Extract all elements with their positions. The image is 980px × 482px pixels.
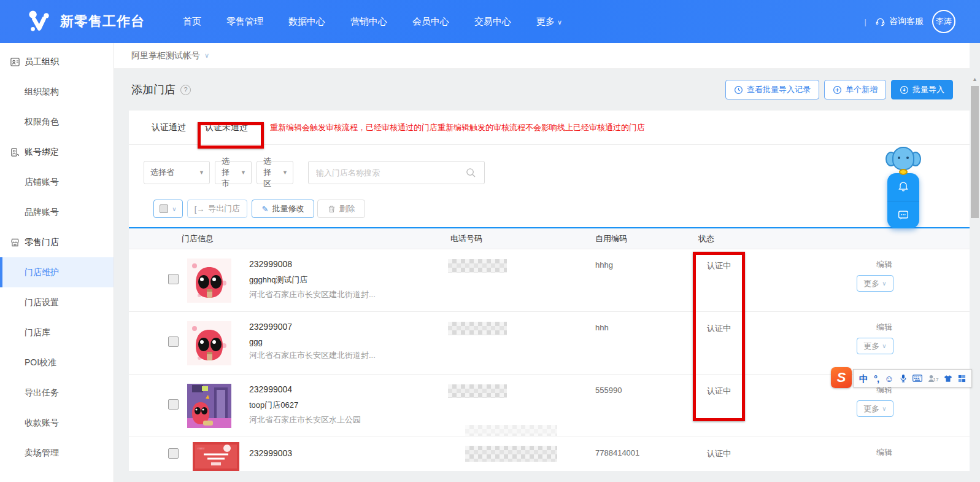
sidebar-item-store-library[interactable]: 门店库	[0, 317, 114, 348]
edit-link[interactable]: 编辑	[876, 447, 892, 458]
custom-code: 555990	[595, 386, 622, 395]
more-button[interactable]: 更多 ∨	[857, 275, 893, 292]
custom-code: hhhg	[595, 260, 613, 270]
top-nav: 首页 零售管理 数据中心 营销中心 会员中心 交易中心 更多∨	[183, 16, 562, 28]
audit-warning-text: 重新编辑会触发审核流程，已经审核通过的门店重新编辑触发的审核流程不会影响线上已经…	[270, 111, 645, 145]
scrollbar-thumb[interactable]	[971, 86, 979, 218]
sidebar-item-poi-calibration[interactable]: POI校准	[0, 348, 114, 378]
sogou-ime-logo[interactable]: S	[831, 367, 852, 388]
skin-shirt-icon[interactable]	[944, 375, 952, 383]
account-switcher[interactable]: 阿里掌柜测试帐号 ∨	[131, 50, 209, 61]
brand-logo-icon	[28, 10, 52, 33]
delete-button[interactable]: 删除	[317, 200, 365, 218]
more-button[interactable]: 更多 ∨	[857, 338, 893, 354]
sidebar-item-permission-roles[interactable]: 权限角色	[0, 107, 114, 137]
store-id: 232999003	[249, 448, 292, 458]
phone-redacted-blur	[465, 425, 557, 436]
store-search-input[interactable]	[309, 168, 457, 177]
svg-text:mini: mini	[198, 446, 204, 450]
more-button[interactable]: 更多 ∨	[857, 400, 893, 417]
view-import-log-button[interactable]: 查看批量导入记录	[725, 80, 819, 99]
nav-member-center[interactable]: 会员中心	[412, 16, 449, 28]
tabs-row: 认证通过 认证未通过 重新编辑会触发审核流程，已经审核通过的门店重新编辑触发的审…	[129, 111, 970, 145]
ime-user-count[interactable]: 17	[928, 375, 939, 383]
vertical-scrollbar: ▲	[970, 43, 980, 482]
col-status: 状态	[698, 228, 714, 249]
store-id: 232999008	[249, 259, 376, 269]
help-icon[interactable]: ?	[180, 85, 191, 95]
nav-marketing-center[interactable]: 营销中心	[350, 16, 387, 28]
sidebar-item-store-maintenance[interactable]: 门店维护	[0, 257, 114, 287]
plus-circle-icon	[833, 85, 842, 95]
ime-language-mode[interactable]: 中	[859, 374, 868, 383]
breadcrumb-account-name: 阿里掌柜测试帐号	[131, 50, 200, 61]
store-thumbnail: mini	[193, 442, 239, 471]
nav-trade-center[interactable]: 交易中心	[474, 16, 511, 28]
select-all-dropdown[interactable]: ∨	[153, 200, 183, 218]
chevron-down-icon: ∨	[882, 280, 886, 287]
custom-code: hhh	[595, 323, 609, 332]
status-badge: 认证中	[707, 323, 731, 334]
edit-link[interactable]: 编辑	[876, 322, 892, 333]
chevron-down-icon: ∨	[557, 18, 562, 26]
top-header-bar: 新零售工作台 首页 零售管理 数据中心 营销中心 会员中心 交易中心 更多∨ |	[0, 0, 980, 43]
breadcrumb-bar: 阿里掌柜测试帐号 ∨	[114, 43, 980, 69]
store-name: ggg	[249, 337, 376, 346]
nav-retail-management[interactable]: 零售管理	[226, 16, 263, 28]
sidebar-item-payment-accounts[interactable]: 收款账号	[0, 408, 114, 438]
store-info: 232999004 toop门店0627 河北省石家庄市长安区水上公园	[249, 384, 361, 426]
single-add-button[interactable]: 单个新增	[824, 80, 886, 99]
sidebar-item-mall-management[interactable]: 卖场管理	[0, 438, 114, 468]
city-select[interactable]: 选择市 ▼	[215, 161, 252, 184]
batch-import-button[interactable]: 批量导入	[891, 80, 953, 99]
sidebar-group-employee-org[interactable]: 员工组织	[0, 47, 114, 77]
phone-redacted-blur	[465, 446, 557, 462]
table-row: 232999007 ggg 河北省石家庄市长安区建北街道封... hhh 认证中…	[129, 312, 970, 375]
edit-link[interactable]: 编辑	[876, 259, 892, 270]
customer-support-link[interactable]: 咨询客服	[875, 16, 924, 27]
row-checkbox[interactable]	[168, 336, 179, 347]
sidebar-item-org-structure[interactable]: 组织架构	[0, 77, 114, 107]
main-area: 阿里掌柜测试帐号 ∨ 添加门店 ? 查看批量导入记录 单个新增	[114, 43, 980, 482]
sidebar-group-account-binding[interactable]: 账号绑定	[0, 137, 114, 167]
sidebar-group-retail-stores[interactable]: 零售门店	[0, 227, 114, 257]
customer-support-label: 咨询客服	[889, 16, 924, 27]
sidebar-item-shop-accounts[interactable]: 店铺账号	[0, 167, 114, 197]
ime-emoji-button[interactable]: ☺	[884, 374, 893, 383]
ime-punctuation-mode[interactable]: °,	[874, 374, 879, 383]
row-checkbox[interactable]	[168, 448, 179, 459]
district-select[interactable]: 选择区 ▼	[257, 161, 293, 184]
nav-more[interactable]: 更多∨	[536, 16, 562, 28]
status-badge: 认证中	[707, 448, 731, 459]
row-checkbox[interactable]	[168, 399, 179, 410]
sidebar-item-brand-accounts[interactable]: 品牌账号	[0, 197, 114, 227]
chat-feedback-button[interactable]	[887, 201, 919, 229]
search-button[interactable]	[457, 161, 484, 184]
keyboard-icon[interactable]	[912, 375, 922, 382]
ime-menu-grid-icon[interactable]	[958, 375, 966, 383]
storefront-icon	[10, 237, 20, 247]
user-avatar[interactable]: 李涛	[932, 10, 955, 33]
row-checkbox[interactable]	[168, 274, 179, 284]
search-icon	[465, 167, 477, 179]
sidebar: 员工组织 组织架构 权限角色 账号绑定 店铺账号 品牌账号 零售门店 门店维护 …	[0, 43, 114, 482]
sidebar-item-store-settings[interactable]: 门店设置	[0, 287, 114, 317]
scrollbar-up-arrow[interactable]: ▲	[970, 75, 980, 84]
floating-assistant-widget	[887, 173, 919, 228]
bulk-toolbar: ∨ [→ 导出门店 ✎ 批量修改 删除	[129, 194, 970, 224]
tab-certified-passed[interactable]: 认证通过	[152, 111, 186, 145]
brand: 新零售工作台	[28, 10, 145, 33]
microphone-icon[interactable]	[900, 374, 907, 383]
export-icon: [→	[195, 204, 205, 214]
sidebar-item-export-tasks[interactable]: 导出任务	[0, 378, 114, 408]
nav-data-center[interactable]: 数据中心	[288, 16, 325, 28]
top-right-area: | 咨询客服 李涛	[865, 10, 955, 33]
province-select[interactable]: 选择省 ▼	[144, 161, 210, 184]
new-retail-workbench: 新零售工作台 首页 零售管理 数据中心 营销中心 会员中心 交易中心 更多∨ |	[0, 0, 980, 482]
filter-row: 选择省 ▼ 选择市 ▼ 选择区 ▼	[129, 145, 970, 194]
tab-certified-failed[interactable]: 认证未通过	[205, 111, 248, 145]
batch-edit-button[interactable]: ✎ 批量修改	[252, 200, 314, 218]
bell-icon	[897, 180, 910, 193]
nav-home[interactable]: 首页	[183, 16, 201, 28]
export-stores-button[interactable]: [→ 导出门店	[187, 200, 247, 218]
